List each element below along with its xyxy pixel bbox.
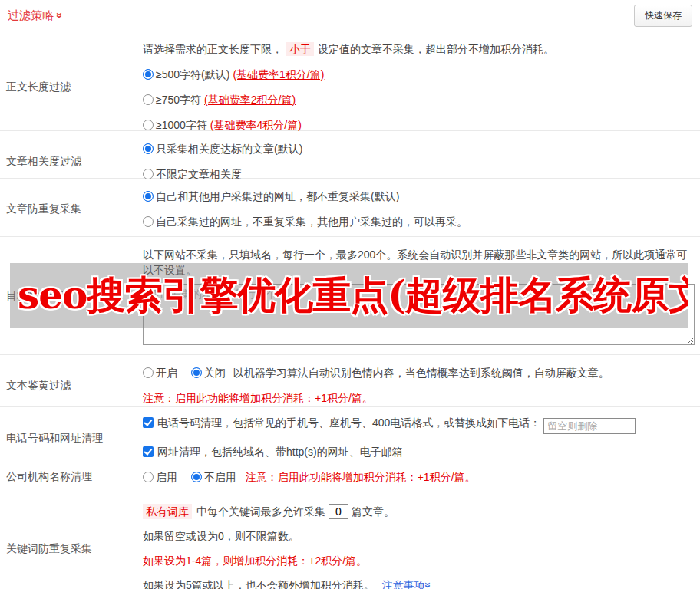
option-fee: (基础费率2积分/篇) [204,94,296,106]
radio-icon[interactable] [143,472,154,482]
option-label: 启用 [156,471,177,483]
url-clean-checkbox[interactable]: 网址清理，包括纯域名、带http(s)的网址、电子邮箱 [143,446,403,458]
length-option-500[interactable]: ≥500字符(默认)(基础费率1积分/篇) [143,67,694,82]
chevron-down-icon: » [54,12,65,18]
phone-clean-checkbox[interactable]: 电话号码清理，包括常见的手机号、座机号、400电话格式，或替换成如下电话： [143,416,540,429]
option-label: 自己和其他用户采集过的网址，都不重复采集(默认) [156,190,399,202]
checkbox-checked-icon[interactable] [143,446,154,457]
radio-selected-icon[interactable] [191,367,202,378]
radio-icon[interactable] [143,367,154,378]
keyword-dedup-line3: 如果设为1-4篇，则增加积分消耗：+2积分/篇。 [143,553,694,568]
phone-clean-line: 电话号码清理，包括常见的手机号、座机号、400电话格式，或替换成如下电话： [143,415,694,434]
option-label: 只采集相关度达标的文章(默认) [156,143,302,155]
radio-selected-icon[interactable] [143,69,154,80]
row-company-clean: 公司机构名称清理 启用 不启用 注意：启用此功能将增加积分消耗：+1积分/篇。 [0,459,700,495]
checkbox-checked-icon[interactable] [143,417,154,428]
replacement-phone-input[interactable] [543,418,636,434]
page-title[interactable]: 过滤策略 » [8,8,63,23]
row-porn-filter: 文本鉴黄过滤 开启 关闭 以机器学习算法自动识别色情内容，当色情概率达到系统阈值… [0,355,700,407]
company-option-enable[interactable]: 启用 [143,471,177,483]
blocked-domains-textarea[interactable] [143,284,695,345]
dedup-filter-label: 文章防重复采集 [0,179,143,239]
intro-before: 请选择需求的正文长度下限， [143,43,282,55]
company-option-disable[interactable]: 不启用 [191,471,236,483]
relevance-option-strict[interactable]: 只采集相关度达标的文章(默认) [143,141,694,156]
phone-clean-text: 电话号码清理，包括常见的手机号、座机号、400电话格式，或替换成如下电话： [157,416,540,429]
option-label: 关闭 [204,367,226,379]
length-option-1000[interactable]: ≥1000字符(基础费率4积分/篇) [143,117,694,133]
keyword-dedup-label: 关键词防重复采集 [0,495,143,589]
radio-icon[interactable] [143,216,154,227]
option-fee: (基础费率1积分/篇) [233,68,324,81]
option-label: ≥500字符(默认) [156,68,229,81]
chevron-down-icon: » [423,582,434,588]
notice-link[interactable]: 注意事项» [382,579,431,589]
dedup-option-self-only[interactable]: 自己采集过的网址，不重复采集，其他用户采集过的，可以再采。 [143,214,694,229]
length-filter-label: 正文长度过滤 [0,31,143,143]
porn-filter-desc: 以机器学习算法自动识别色情内容，当色情概率达到系统阈值，自动屏蔽文章。 [233,367,609,379]
page-title-text: 过滤策略 [8,8,54,23]
line4-text: 如果设为5篇或以上，也不会额外增加积分消耗。 [143,579,375,589]
quick-save-button[interactable]: 快速保存 [634,5,692,27]
row-relevance-filter: 文章相关度过滤 只采集相关度达标的文章(默认) 不限定文章相关度 [0,131,700,179]
option-label: ≥750字符 [156,94,201,106]
radio-icon[interactable] [143,94,154,105]
radio-selected-icon[interactable] [191,472,202,482]
site-filter-label: 目标网站过滤 [0,237,143,355]
radio-selected-icon[interactable] [143,143,154,154]
porn-filter-note: 注意：启用此功能将增加积分消耗：+1积分/篇。 [143,390,694,406]
site-filter-desc: 以下网站不采集，只填域名，每行一个，最多200个。系统会自动识别并屏蔽那些非文章… [143,247,695,278]
keyword-dedup-line4: 如果设为5篇或以上，也不会额外增加积分消耗。 注意事项» [143,577,694,589]
keyword-dedup-line1: 私有词库中每个关键词最多允许采集篇文章。 [143,504,694,519]
private-lexicon-badge: 私有词库 [143,504,192,519]
row-dedup-filter: 文章防重复采集 自己和其他用户采集过的网址，都不重复采集(默认) 自己采集过的网… [0,179,700,237]
line1-end-text: 篇文章。 [352,505,395,518]
keyword-dedup-line2: 如果留空或设为0，则不限篇数。 [143,528,694,544]
intro-after: 设定值的文章不采集，超出部分不增加积分消耗。 [318,43,554,55]
option-label: ≥1000字符 [156,119,207,131]
row-length-filter: 正文长度过滤 请选择需求的正文长度下限，小于设定值的文章不采集，超出部分不增加积… [0,31,700,131]
porn-option-off[interactable]: 关闭 [191,367,226,379]
url-clean-text: 网址清理，包括纯域名、带http(s)的网址、电子邮箱 [157,446,403,458]
company-clean-label: 公司机构名称清理 [0,459,143,495]
row-phone-url-clean: 电话号码和网址清理 电话号码清理，包括常见的手机号、座机号、400电话格式，或替… [0,407,700,459]
dedup-option-all-users[interactable]: 自己和其他用户采集过的网址，都不重复采集(默认) [143,189,694,204]
row-site-filter: 目标网站过滤 以下网站不采集，只填域名，每行一个，最多200个。系统会自动识别并… [0,237,700,355]
option-label: 开启 [156,367,177,379]
notice-link-text: 注意事项 [382,579,425,589]
max-articles-input[interactable] [329,504,348,519]
length-filter-intro: 请选择需求的正文长度下限，小于设定值的文章不采集，超出部分不增加积分消耗。 [143,41,694,57]
row-keyword-dedup: 关键词防重复采集 私有词库中每个关键词最多允许采集篇文章。 如果留空或设为0，则… [0,495,700,589]
company-clean-options: 启用 不启用 注意：启用此功能将增加积分消耗：+1积分/篇。 [143,469,694,485]
radio-icon[interactable] [143,169,154,179]
url-clean-line: 网址清理，包括纯域名、带http(s)的网址、电子邮箱 [143,444,694,459]
company-clean-note: 注意：启用此功能将增加积分消耗：+1积分/篇。 [246,471,476,483]
porn-filter-options: 开启 关闭 以机器学习算法自动识别色情内容，当色情概率达到系统阈值，自动屏蔽文章… [143,365,694,380]
less-than-highlight: 小于 [286,42,314,56]
length-option-750[interactable]: ≥750字符(基础费率2积分/篇) [143,92,694,107]
option-label: 不启用 [204,471,236,483]
option-fee: (基础费率4积分/篇) [210,119,302,131]
porn-option-on[interactable]: 开启 [143,367,177,379]
header-bar: 过滤策略 » 快速保存 [0,0,700,31]
line1-mid-text: 中每个关键词最多允许采集 [196,505,325,518]
option-label: 自己采集过的网址，不重复采集，其他用户采集过的，可以再采。 [156,216,467,228]
radio-selected-icon[interactable] [143,191,154,202]
radio-icon[interactable] [143,120,154,130]
